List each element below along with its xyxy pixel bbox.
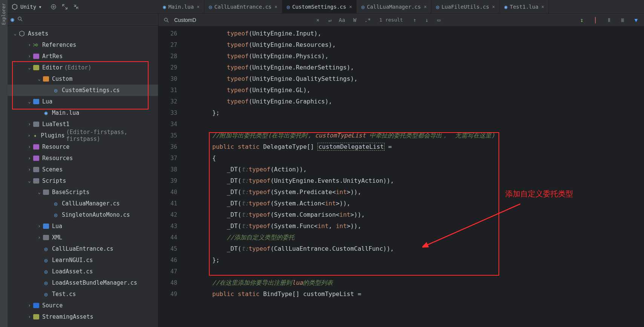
tree-item[interactable]: ⌄BaseScripts	[8, 187, 158, 198]
item-icon: ✦	[32, 132, 38, 139]
tree-item[interactable]: ◉Main.lua	[8, 107, 158, 119]
tree-item[interactable]: ◎SingletonAutoMono.cs	[8, 209, 158, 221]
match-case-icon[interactable]: Aa	[338, 17, 346, 23]
tab-label: CallLuaEntrance.cs	[215, 4, 272, 10]
tab-label: CustomSettings.cs	[292, 4, 346, 10]
tree-item-label: BaseScripts	[52, 189, 89, 196]
find-results-count: 1 result	[376, 17, 407, 23]
line-gutter: 2627282930313233343536373839404142434445…	[158, 26, 183, 327]
enter-icon[interactable]: ↵	[326, 17, 334, 23]
tree-item[interactable]: ⌄Custom	[8, 73, 158, 85]
tree-item[interactable]: ◎LearnNGUI.cs	[8, 255, 158, 266]
close-icon[interactable]: ×	[274, 4, 277, 9]
collapse-icon[interactable]	[73, 3, 80, 10]
tree-item[interactable]: ⌄Editor(Editor)	[8, 62, 158, 73]
project-tree[interactable]: ⌄ Assets ›References›ArtRes⌄Editor(Edito…	[8, 26, 158, 322]
close-icon[interactable]: ×	[424, 4, 426, 9]
toggle-icon[interactable]: Ⅱ	[605, 17, 613, 23]
chevron-icon: ›	[26, 54, 32, 59]
code-content[interactable]: typeof(UnityEngine.Input), typeof(UnityE…	[183, 26, 644, 327]
close-icon[interactable]: ×	[492, 4, 495, 9]
tab-label: LuaFileUtils.cs	[442, 4, 489, 10]
chevron-down-icon: ⌄	[12, 31, 18, 36]
chevron-icon: ⌄	[36, 190, 42, 195]
remove-selection-icon[interactable]: ⎮	[591, 17, 600, 23]
close-icon[interactable]: ×	[197, 4, 199, 9]
tree-item[interactable]: ◎LoadAssetBundleManager.cs	[8, 277, 158, 288]
target-icon[interactable]	[50, 3, 57, 10]
next-match-icon[interactable]: ↓	[423, 17, 431, 23]
tree-item[interactable]: ◎CallLuaManager.cs	[8, 198, 158, 209]
code-editor[interactable]: 2627282930313233343536373839404142434445…	[158, 26, 644, 327]
tree-item-label: ArtRes	[42, 53, 63, 60]
settings-icon[interactable]: ≣	[618, 17, 627, 23]
cs-file-icon: ◎	[287, 4, 290, 10]
tree-item[interactable]: ›Lua	[8, 221, 158, 232]
item-icon: ◎	[42, 268, 50, 275]
tree-item-label: Main.lua	[52, 110, 79, 116]
tree-item-label: Scenes	[42, 166, 63, 173]
tree-item-label: SingletonAutoMono.cs	[62, 211, 130, 218]
tree-item[interactable]: ›StreamingAssets	[8, 311, 158, 322]
tree-root[interactable]: ⌄ Assets	[8, 28, 158, 39]
svg-point-3	[164, 18, 167, 21]
item-icon	[32, 120, 40, 128]
tree-item[interactable]: ◎CustomSettings.cs	[8, 85, 158, 96]
unity-icon	[11, 3, 18, 10]
tree-item[interactable]: ›Resources	[8, 153, 158, 164]
tree-item[interactable]: ◎LoadAsset.cs	[8, 266, 158, 277]
svg-point-2	[18, 17, 21, 20]
editor-tab[interactable]: ◉Main.lua×	[158, 0, 204, 13]
cs-file-icon: ◎	[361, 4, 364, 10]
project-explorer-strip[interactable]: Explorer	[0, 0, 8, 327]
item-icon	[42, 234, 50, 241]
visibility-icon[interactable]: ◉	[11, 16, 14, 23]
tree-item[interactable]: ›ArtRes	[8, 51, 158, 62]
tree-item[interactable]: ›✦Plugins(Editor-firstpass, firstpass)	[8, 130, 158, 141]
filter-icon[interactable]: ▼	[632, 17, 640, 23]
tree-item[interactable]: ◎Test.cs	[8, 288, 158, 300]
regex-icon[interactable]: .*	[363, 17, 372, 23]
editor-tab[interactable]: ◎LuaFileUtils.cs×	[431, 0, 500, 13]
item-icon	[42, 188, 50, 196]
find-input[interactable]	[174, 17, 310, 23]
tree-item[interactable]: ⌄Lua	[8, 96, 158, 107]
item-icon: ◉	[42, 109, 50, 117]
editor-tab[interactable]: ◎CallLuaManager.cs×	[357, 0, 431, 13]
chevron-icon: ›	[26, 314, 32, 319]
tree-item[interactable]: ◎CallLuaEntrance.cs	[8, 243, 158, 255]
close-icon[interactable]: ×	[349, 4, 352, 9]
search-icon[interactable]	[162, 17, 170, 23]
tree-item[interactable]: ›Resource	[8, 141, 158, 153]
tree-item-label: StreamingAssets	[42, 313, 93, 320]
close-icon[interactable]: ×	[541, 4, 544, 9]
item-icon	[42, 75, 50, 83]
whole-word-icon[interactable]: W	[351, 17, 359, 23]
tree-item-label: LuaTest1	[42, 121, 69, 128]
item-icon	[32, 98, 40, 105]
search-icon[interactable]	[17, 16, 23, 23]
tree-item-label: LoadAssetBundleManager.cs	[52, 279, 137, 286]
unity-dropdown[interactable]: Unity ▾	[8, 2, 46, 12]
editor-tab[interactable]: ◉Test1.lua×	[500, 0, 549, 13]
tree-item-label: Scripts	[42, 177, 66, 184]
expand-icon[interactable]	[61, 3, 68, 10]
tree-item-label: CallLuaEntrance.cs	[52, 245, 113, 252]
editor-tab[interactable]: ◎CallLuaEntrance.cs×	[204, 0, 282, 13]
tree-item[interactable]: ›XML	[8, 232, 158, 243]
tree-item[interactable]: ⌄Scripts	[8, 175, 158, 187]
select-all-icon[interactable]: ▭	[435, 17, 443, 23]
tree-item[interactable]: ›Source	[8, 300, 158, 311]
prev-match-icon[interactable]: ↑	[411, 17, 419, 23]
editor-tab[interactable]: ◎CustomSettings.cs×	[282, 0, 357, 13]
tree-item-label: XML	[52, 234, 62, 241]
chevron-icon: ›	[26, 122, 32, 127]
item-icon	[32, 52, 40, 60]
chevron-icon: ›	[26, 144, 32, 150]
tree-item[interactable]: ›References	[8, 39, 158, 51]
find-bar: × ↵ Aa W .* 1 result ↑ ↓ ▭ ↧ ⎮ Ⅱ ≣ ▼	[158, 14, 644, 26]
tree-item[interactable]: ›Scenes	[8, 164, 158, 175]
clear-icon[interactable]: ×	[314, 17, 322, 23]
add-selection-icon[interactable]: ↧	[578, 17, 586, 23]
tree-item[interactable]: ›LuaTest1	[8, 119, 158, 130]
